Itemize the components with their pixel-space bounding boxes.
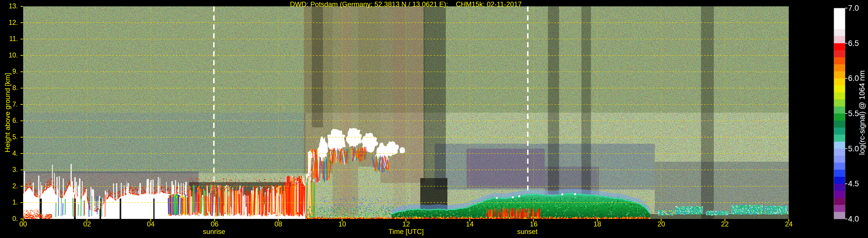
x-tick-label: 12 xyxy=(402,220,410,228)
sunset-label: sunset xyxy=(517,228,538,236)
y-tick-label: 4. xyxy=(0,149,18,158)
colorbar-tick-label: 4.0 xyxy=(848,215,859,224)
x-tick-label: 06 xyxy=(211,220,219,228)
x-tick-label: 24 xyxy=(785,220,793,228)
page-title: DWD: Potsdam (Germany; 52.3813 N / 13.06… xyxy=(290,0,522,8)
y-tick-label: 13. xyxy=(0,2,18,10)
x-tick-label: 10 xyxy=(338,220,346,228)
heatmap-data-layer xyxy=(23,6,789,220)
colorbar-tick-label: 7.0 xyxy=(848,4,859,13)
y-tick-label: 2. xyxy=(0,182,18,190)
colorbar xyxy=(834,8,847,219)
x-tick-label: 16 xyxy=(530,220,538,228)
ceilometer-quicklook: DWD: Potsdam (Germany; 52.3813 N / 13.06… xyxy=(0,0,868,238)
colorbar-tick-label: 6.5 xyxy=(848,39,859,48)
x-tick-label: 18 xyxy=(593,220,601,228)
y-tick-label: 9. xyxy=(0,68,18,75)
colorbar-tick-label: 4.5 xyxy=(848,179,859,188)
y-tick-label: 12. xyxy=(0,19,18,27)
y-tick-label: 8. xyxy=(0,84,18,92)
y-tick-label: 3. xyxy=(0,166,18,174)
y-tick-label: 7. xyxy=(0,101,18,108)
x-tick-label: 00 xyxy=(20,220,27,228)
x-axis-label: Time [UTC] xyxy=(389,228,424,236)
sunrise-label: sunrise xyxy=(203,228,225,236)
y-tick-label: 6. xyxy=(0,117,18,125)
x-tick-label: 22 xyxy=(721,220,729,228)
colorbar-title: log(rc-signal) @ 1064 nm xyxy=(858,70,867,155)
x-tick-label: 20 xyxy=(657,220,665,228)
x-tick-label: 04 xyxy=(147,220,155,228)
x-tick-label: 14 xyxy=(466,220,474,228)
x-tick-label: 02 xyxy=(83,220,91,228)
noise-tint-layer xyxy=(23,6,789,219)
y-tick-label: 11. xyxy=(0,35,18,43)
y-tick-label: 10. xyxy=(0,52,18,59)
plot-canvas xyxy=(0,0,868,238)
y-tick-label: 5. xyxy=(0,133,18,141)
y-tick-label: 1. xyxy=(0,198,18,206)
x-tick-label: 08 xyxy=(275,220,282,228)
y-tick-label: 0. xyxy=(0,215,18,223)
